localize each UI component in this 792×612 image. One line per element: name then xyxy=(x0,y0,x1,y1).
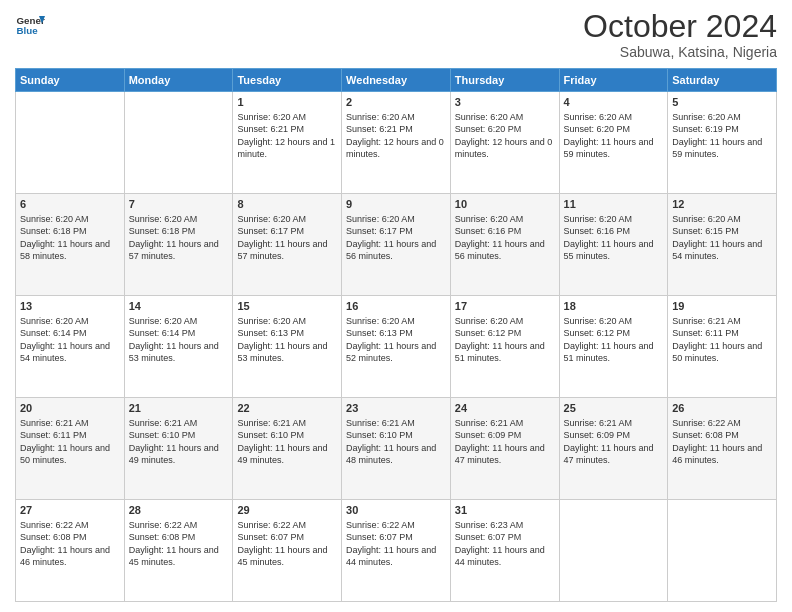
table-row: 22Sunrise: 6:21 AM Sunset: 6:10 PM Dayli… xyxy=(233,398,342,500)
table-row: 27Sunrise: 6:22 AM Sunset: 6:08 PM Dayli… xyxy=(16,500,125,602)
day-number: 17 xyxy=(455,299,555,313)
table-row: 5Sunrise: 6:20 AM Sunset: 6:19 PM Daylig… xyxy=(668,92,777,194)
day-number: 21 xyxy=(129,401,229,415)
day-number: 14 xyxy=(129,299,229,313)
day-info: Sunrise: 6:20 AM Sunset: 6:14 PM Dayligh… xyxy=(20,315,120,364)
day-number: 10 xyxy=(455,197,555,211)
table-row: 30Sunrise: 6:22 AM Sunset: 6:07 PM Dayli… xyxy=(342,500,451,602)
table-row: 28Sunrise: 6:22 AM Sunset: 6:08 PM Dayli… xyxy=(124,500,233,602)
table-row xyxy=(668,500,777,602)
col-thursday: Thursday xyxy=(450,69,559,92)
day-info: Sunrise: 6:20 AM Sunset: 6:16 PM Dayligh… xyxy=(455,213,555,262)
day-info: Sunrise: 6:21 AM Sunset: 6:10 PM Dayligh… xyxy=(346,417,446,466)
table-row: 8Sunrise: 6:20 AM Sunset: 6:17 PM Daylig… xyxy=(233,194,342,296)
calendar-table: Sunday Monday Tuesday Wednesday Thursday… xyxy=(15,68,777,602)
day-number: 29 xyxy=(237,503,337,517)
table-row: 25Sunrise: 6:21 AM Sunset: 6:09 PM Dayli… xyxy=(559,398,668,500)
table-row: 9Sunrise: 6:20 AM Sunset: 6:17 PM Daylig… xyxy=(342,194,451,296)
day-number: 20 xyxy=(20,401,120,415)
day-info: Sunrise: 6:20 AM Sunset: 6:12 PM Dayligh… xyxy=(455,315,555,364)
day-info: Sunrise: 6:21 AM Sunset: 6:11 PM Dayligh… xyxy=(672,315,772,364)
col-monday: Monday xyxy=(124,69,233,92)
day-info: Sunrise: 6:20 AM Sunset: 6:17 PM Dayligh… xyxy=(237,213,337,262)
day-info: Sunrise: 6:20 AM Sunset: 6:13 PM Dayligh… xyxy=(237,315,337,364)
day-number: 12 xyxy=(672,197,772,211)
table-row: 3Sunrise: 6:20 AM Sunset: 6:20 PM Daylig… xyxy=(450,92,559,194)
day-number: 16 xyxy=(346,299,446,313)
day-info: Sunrise: 6:20 AM Sunset: 6:21 PM Dayligh… xyxy=(237,111,337,160)
day-number: 11 xyxy=(564,197,664,211)
page: General Blue October 2024 Sabuwa, Katsin… xyxy=(0,0,792,612)
day-info: Sunrise: 6:20 AM Sunset: 6:19 PM Dayligh… xyxy=(672,111,772,160)
day-number: 18 xyxy=(564,299,664,313)
day-number: 25 xyxy=(564,401,664,415)
calendar-row: 1Sunrise: 6:20 AM Sunset: 6:21 PM Daylig… xyxy=(16,92,777,194)
table-row: 12Sunrise: 6:20 AM Sunset: 6:15 PM Dayli… xyxy=(668,194,777,296)
day-info: Sunrise: 6:22 AM Sunset: 6:07 PM Dayligh… xyxy=(237,519,337,568)
day-number: 22 xyxy=(237,401,337,415)
day-info: Sunrise: 6:21 AM Sunset: 6:09 PM Dayligh… xyxy=(455,417,555,466)
day-number: 1 xyxy=(237,95,337,109)
day-number: 27 xyxy=(20,503,120,517)
calendar-row: 27Sunrise: 6:22 AM Sunset: 6:08 PM Dayli… xyxy=(16,500,777,602)
day-info: Sunrise: 6:20 AM Sunset: 6:18 PM Dayligh… xyxy=(20,213,120,262)
day-info: Sunrise: 6:22 AM Sunset: 6:07 PM Dayligh… xyxy=(346,519,446,568)
day-number: 2 xyxy=(346,95,446,109)
table-row: 4Sunrise: 6:20 AM Sunset: 6:20 PM Daylig… xyxy=(559,92,668,194)
table-row: 16Sunrise: 6:20 AM Sunset: 6:13 PM Dayli… xyxy=(342,296,451,398)
table-row: 21Sunrise: 6:21 AM Sunset: 6:10 PM Dayli… xyxy=(124,398,233,500)
table-row: 18Sunrise: 6:20 AM Sunset: 6:12 PM Dayli… xyxy=(559,296,668,398)
table-row: 10Sunrise: 6:20 AM Sunset: 6:16 PM Dayli… xyxy=(450,194,559,296)
table-row: 13Sunrise: 6:20 AM Sunset: 6:14 PM Dayli… xyxy=(16,296,125,398)
title-block: October 2024 Sabuwa, Katsina, Nigeria xyxy=(583,10,777,60)
day-info: Sunrise: 6:21 AM Sunset: 6:10 PM Dayligh… xyxy=(237,417,337,466)
day-number: 15 xyxy=(237,299,337,313)
table-row: 14Sunrise: 6:20 AM Sunset: 6:14 PM Dayli… xyxy=(124,296,233,398)
month-title: October 2024 xyxy=(583,10,777,42)
logo: General Blue xyxy=(15,10,45,40)
table-row: 2Sunrise: 6:20 AM Sunset: 6:21 PM Daylig… xyxy=(342,92,451,194)
col-friday: Friday xyxy=(559,69,668,92)
day-info: Sunrise: 6:20 AM Sunset: 6:21 PM Dayligh… xyxy=(346,111,446,160)
day-number: 5 xyxy=(672,95,772,109)
table-row: 15Sunrise: 6:20 AM Sunset: 6:13 PM Dayli… xyxy=(233,296,342,398)
table-row: 1Sunrise: 6:20 AM Sunset: 6:21 PM Daylig… xyxy=(233,92,342,194)
day-info: Sunrise: 6:20 AM Sunset: 6:18 PM Dayligh… xyxy=(129,213,229,262)
day-info: Sunrise: 6:20 AM Sunset: 6:17 PM Dayligh… xyxy=(346,213,446,262)
calendar-row: 13Sunrise: 6:20 AM Sunset: 6:14 PM Dayli… xyxy=(16,296,777,398)
table-row: 7Sunrise: 6:20 AM Sunset: 6:18 PM Daylig… xyxy=(124,194,233,296)
calendar-row: 6Sunrise: 6:20 AM Sunset: 6:18 PM Daylig… xyxy=(16,194,777,296)
day-number: 3 xyxy=(455,95,555,109)
day-number: 24 xyxy=(455,401,555,415)
day-number: 7 xyxy=(129,197,229,211)
header: General Blue October 2024 Sabuwa, Katsin… xyxy=(15,10,777,60)
day-info: Sunrise: 6:20 AM Sunset: 6:12 PM Dayligh… xyxy=(564,315,664,364)
location-title: Sabuwa, Katsina, Nigeria xyxy=(583,44,777,60)
svg-text:Blue: Blue xyxy=(17,25,39,36)
day-info: Sunrise: 6:23 AM Sunset: 6:07 PM Dayligh… xyxy=(455,519,555,568)
day-number: 23 xyxy=(346,401,446,415)
day-info: Sunrise: 6:20 AM Sunset: 6:16 PM Dayligh… xyxy=(564,213,664,262)
day-number: 6 xyxy=(20,197,120,211)
calendar-row: 20Sunrise: 6:21 AM Sunset: 6:11 PM Dayli… xyxy=(16,398,777,500)
day-number: 31 xyxy=(455,503,555,517)
col-tuesday: Tuesday xyxy=(233,69,342,92)
table-row xyxy=(16,92,125,194)
day-number: 9 xyxy=(346,197,446,211)
table-row: 26Sunrise: 6:22 AM Sunset: 6:08 PM Dayli… xyxy=(668,398,777,500)
day-info: Sunrise: 6:22 AM Sunset: 6:08 PM Dayligh… xyxy=(20,519,120,568)
header-row: Sunday Monday Tuesday Wednesday Thursday… xyxy=(16,69,777,92)
day-number: 19 xyxy=(672,299,772,313)
day-number: 26 xyxy=(672,401,772,415)
logo-icon: General Blue xyxy=(15,10,45,40)
day-number: 8 xyxy=(237,197,337,211)
table-row: 20Sunrise: 6:21 AM Sunset: 6:11 PM Dayli… xyxy=(16,398,125,500)
day-info: Sunrise: 6:21 AM Sunset: 6:09 PM Dayligh… xyxy=(564,417,664,466)
day-info: Sunrise: 6:21 AM Sunset: 6:10 PM Dayligh… xyxy=(129,417,229,466)
day-number: 4 xyxy=(564,95,664,109)
day-number: 13 xyxy=(20,299,120,313)
table-row xyxy=(124,92,233,194)
col-sunday: Sunday xyxy=(16,69,125,92)
day-number: 28 xyxy=(129,503,229,517)
day-info: Sunrise: 6:20 AM Sunset: 6:13 PM Dayligh… xyxy=(346,315,446,364)
